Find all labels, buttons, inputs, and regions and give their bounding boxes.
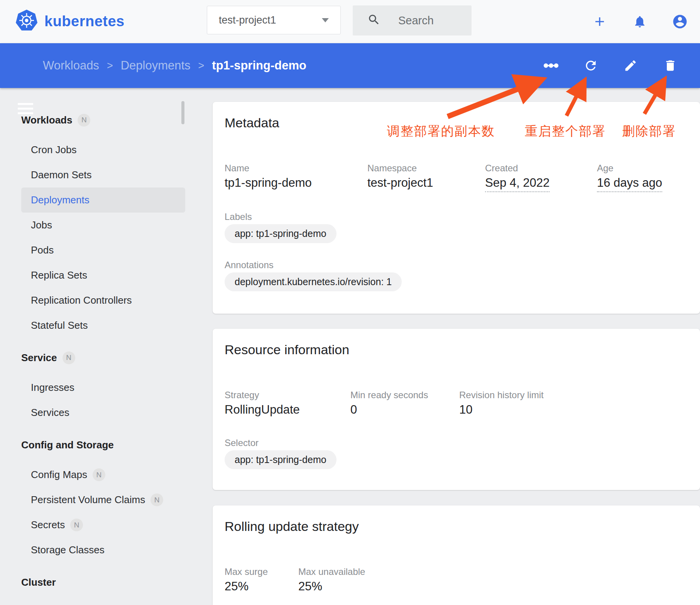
metadata-card: Metadata Name tp1-spring-demo Namespace … — [213, 102, 700, 314]
new-badge: N — [63, 352, 75, 364]
sidebar-item-services[interactable]: Services — [0, 400, 185, 425]
main-content: Metadata Name tp1-spring-demo Namespace … — [213, 88, 700, 605]
rolling-update-strategy-card: Rolling update strategy Max surge 25% Ma… — [213, 505, 700, 605]
section-label: Service — [21, 352, 57, 364]
sidebar-section-service: Service N — [0, 346, 185, 370]
field-created: Created Sep 4, 2022 — [485, 164, 597, 192]
namespace-selector[interactable]: test-project1 — [207, 6, 341, 34]
sidebar-item-ingresses[interactable]: Ingresses — [0, 375, 185, 400]
field-revision-history-limit: Revision history limit 10 — [459, 390, 544, 417]
breadcrumb-current: tp1-spring-demo — [212, 59, 306, 73]
annotation-chip: deployment.kubernetes.io/revision: 1 — [225, 272, 402, 291]
labels-label: Labels — [225, 212, 685, 221]
label-chip: app: tp1-spring-demo — [225, 224, 336, 243]
field-max-unavailable: Max unavailable 25% — [298, 567, 365, 594]
caret-down-icon — [322, 18, 329, 22]
namespace-selector-value: test-project1 — [219, 14, 276, 26]
field-strategy: Strategy RollingUpdate — [225, 390, 350, 417]
sidebar-item-daemon-sets[interactable]: Daemon Sets — [0, 162, 185, 188]
sidebar-nav: Workloads N Cron Jobs Daemon Sets Deploy… — [0, 88, 185, 605]
sidebar-section-config-and-storage: Config and Storage — [0, 433, 185, 457]
sidebar-item-stateful-sets[interactable]: Stateful Sets — [0, 313, 185, 338]
section-label: Config and Storage — [21, 439, 114, 451]
hamburger-menu-icon[interactable] — [18, 103, 33, 114]
add-icon[interactable] — [580, 14, 620, 29]
search-input[interactable]: Search — [353, 5, 472, 35]
delete-icon[interactable] — [650, 43, 690, 88]
section-label: Workloads — [21, 114, 72, 126]
sidebar-item-storage-classes[interactable]: Storage Classes — [0, 537, 185, 563]
sidebar-item-jobs[interactable]: Jobs — [0, 213, 185, 238]
sidebar-item-deployments[interactable]: Deployments — [21, 188, 185, 213]
new-badge: N — [93, 468, 105, 481]
field-namespace: Namespace test-project1 — [367, 164, 485, 192]
new-badge: N — [78, 114, 90, 127]
sidebar-section-cluster: Cluster — [0, 570, 185, 594]
card-title: Resource information — [225, 342, 685, 357]
sidebar-item-pods[interactable]: Pods — [0, 238, 185, 263]
annotations-label: Annotations — [225, 260, 685, 269]
selector-chip: app: tp1-spring-demo — [225, 450, 336, 469]
breadcrumb-workloads[interactable]: Workloads — [43, 59, 99, 73]
new-badge: N — [70, 519, 83, 531]
brand[interactable]: kubernetes — [15, 9, 125, 33]
sidebar-item-config-maps[interactable]: Config Maps N — [0, 462, 185, 487]
kubernetes-dashboard-page: kubernetes test-project1 Search — [0, 0, 700, 605]
breadcrumb-separator-icon: > — [198, 60, 205, 72]
kubernetes-logo-icon — [15, 9, 38, 33]
search-placeholder: Search — [398, 14, 434, 27]
selector-label: Selector — [225, 438, 685, 447]
breadcrumb-deployments[interactable]: Deployments — [121, 59, 191, 73]
sidebar-item-replica-sets[interactable]: Replica Sets — [0, 263, 185, 288]
breadcrumb-separator-icon: > — [107, 60, 113, 72]
sidebar-scrollbar[interactable] — [181, 101, 184, 124]
restart-icon[interactable] — [571, 43, 610, 88]
resource-information-card: Resource information Strategy RollingUpd… — [213, 329, 700, 490]
edit-icon[interactable] — [610, 43, 650, 88]
breadcrumb: Workloads > Deployments > tp1-spring-dem… — [43, 43, 306, 88]
new-badge: N — [150, 493, 163, 506]
field-name: Name tp1-spring-demo — [225, 164, 367, 192]
account-icon[interactable] — [660, 14, 700, 30]
sidebar-item-secrets[interactable]: Secrets N — [0, 512, 185, 537]
search-icon — [367, 13, 380, 28]
scale-icon[interactable] — [531, 43, 571, 88]
card-title: Rolling update strategy — [225, 519, 685, 534]
sidebar-item-persistent-volume-claims[interactable]: Persistent Volume Claims N — [0, 487, 185, 512]
field-max-surge: Max surge 25% — [225, 567, 298, 594]
toolbar: Workloads > Deployments > tp1-spring-dem… — [0, 43, 700, 88]
app-header: kubernetes test-project1 Search — [0, 0, 700, 43]
field-age: Age 16 days ago — [597, 164, 662, 192]
section-label: Cluster — [21, 576, 56, 588]
field-min-ready-seconds: Min ready seconds 0 — [350, 390, 459, 417]
sidebar-item-replication-controllers[interactable]: Replication Controllers — [0, 288, 185, 313]
notifications-icon[interactable] — [620, 15, 660, 29]
card-title: Metadata — [225, 115, 685, 130]
brand-name: kubernetes — [44, 13, 125, 30]
sidebar-item-cron-jobs[interactable]: Cron Jobs — [0, 137, 185, 162]
